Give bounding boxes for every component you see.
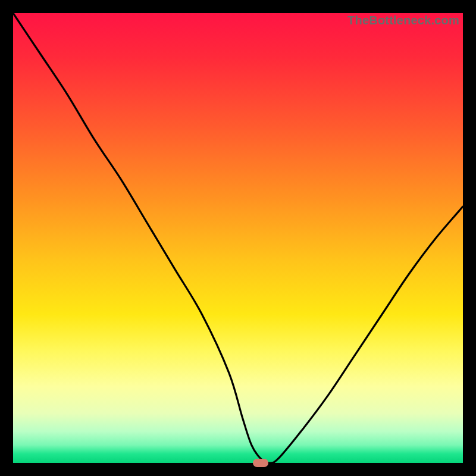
- plot-area: TheBottleneck.com: [13, 13, 463, 463]
- optimum-marker: [253, 459, 268, 467]
- outer-frame: TheBottleneck.com: [0, 0, 476, 476]
- bottleneck-curve: [13, 13, 463, 463]
- curve-path: [13, 13, 463, 463]
